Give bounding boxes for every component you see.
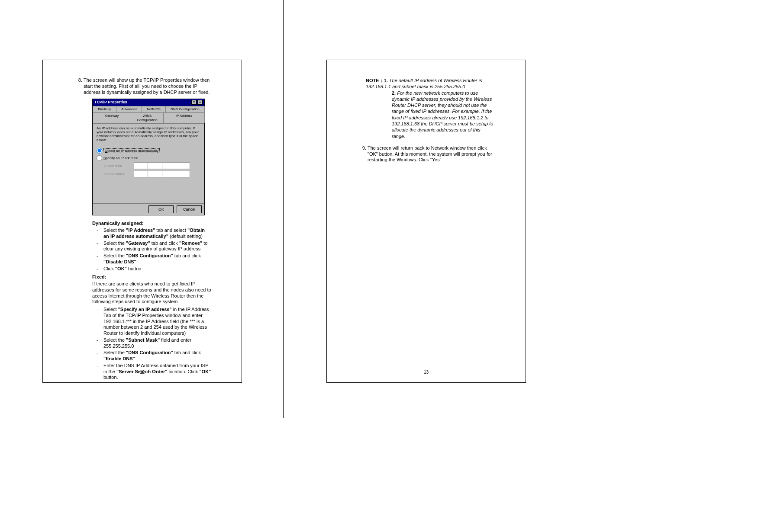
close-icon[interactable]: × <box>197 100 203 105</box>
dialog-title: TCP/IP Properties <box>94 100 127 105</box>
step-9: The screen will return back to Network w… <box>368 145 495 163</box>
list-item: Select the "DNS Configuration" tab and c… <box>92 253 211 265</box>
blank-area <box>357 166 495 356</box>
radio-specify[interactable]: Specify an IP address: <box>97 155 200 161</box>
page-divider <box>283 0 284 418</box>
tab-gateway[interactable]: Gateway <box>93 112 131 123</box>
note-1-number: 1. <box>384 78 388 83</box>
fixed-paragraph: If there are some clients who need to ge… <box>92 281 211 305</box>
ok-button[interactable]: OK <box>148 205 174 213</box>
note-2-text: For the new network computers to use dyn… <box>392 90 493 139</box>
step-8: The screen will show up the TCP/IP Prope… <box>84 77 211 381</box>
tab-advanced[interactable]: Advanced <box>116 106 142 112</box>
dynamically-assigned-heading: Dynamically assigned: <box>92 221 211 227</box>
ip-address-field[interactable] <box>134 163 190 169</box>
tab-body: An IP address can be automatically assig… <box>93 123 204 204</box>
dynamically-assigned-list: Select the "IP Address" tab and select "… <box>92 228 211 272</box>
tab-dns-configuration[interactable]: DNS Configuration <box>165 106 205 112</box>
tcpip-dialog-screenshot: TCP/IP Properties ? × Bindings Advanced … <box>92 99 211 215</box>
subnet-mask-field[interactable] <box>134 171 190 177</box>
note-2-number: 2. <box>392 90 396 96</box>
tab-wins-configuration[interactable]: WINS Configuration <box>131 112 164 123</box>
cancel-button[interactable]: Cancel <box>177 205 202 213</box>
tcpip-dialog: TCP/IP Properties ? × Bindings Advanced … <box>92 99 205 215</box>
tabs-row-bottom: Gateway WINS Configuration IP Address <box>93 112 204 123</box>
dialog-buttons: OK Cancel <box>93 204 204 215</box>
radio-obtain-auto-label: btain an IP address automatically <box>107 149 158 153</box>
note-label: NOTE： <box>366 78 384 83</box>
step-8-text: The screen will show up the TCP/IP Prope… <box>84 77 210 95</box>
page-number: 13 <box>327 370 526 375</box>
subnet-mask-label: Subnet Mask: <box>104 172 134 176</box>
radio-obtain-auto[interactable]: Obtain an IP address automatically <box>97 148 200 154</box>
note-block: NOTE：1. The default IP address of Wirele… <box>366 77 495 139</box>
ip-address-row: IP Address: <box>104 163 200 169</box>
tab-netbios[interactable]: NetBIOS <box>142 106 166 112</box>
list-item: Select the "Gateway" tab and click "Remo… <box>92 240 211 253</box>
radio-obtain-auto-input[interactable] <box>97 148 102 154</box>
list-item: Click "OK" button <box>92 266 211 272</box>
dialog-description: An IP address can be automatically assig… <box>97 126 200 142</box>
radio-specify-input[interactable] <box>97 155 102 161</box>
list-item: Select the "DNS Configuration" tab and c… <box>92 350 211 362</box>
step-9-text: The screen will return back to Network w… <box>368 145 492 163</box>
tab-bindings[interactable]: Bindings <box>93 106 116 112</box>
page-13: NOTE：1. The default IP address of Wirele… <box>326 60 526 383</box>
tabs-row-top: Bindings Advanced NetBIOS DNS Configurat… <box>93 106 204 112</box>
help-icon[interactable]: ? <box>191 100 197 105</box>
tab-ip-address[interactable]: IP Address <box>163 112 205 123</box>
page-number: 12 <box>43 370 242 375</box>
subnet-mask-row: Subnet Mask: <box>104 171 200 177</box>
page-12: The screen will show up the TCP/IP Prope… <box>42 60 242 383</box>
ip-address-label: IP Address: <box>104 164 134 168</box>
list-item: Select "Specify an IP address" in the IP… <box>92 307 211 337</box>
radio-specify-label: pecify an IP address: <box>106 156 138 160</box>
fixed-heading: Fixed: <box>92 274 211 280</box>
list-item: Select the "IP Address" tab and select "… <box>92 228 211 240</box>
list-item: Select the "Subnet Mask" field and enter… <box>92 337 211 349</box>
dialog-titlebar: TCP/IP Properties ? × <box>93 99 204 106</box>
